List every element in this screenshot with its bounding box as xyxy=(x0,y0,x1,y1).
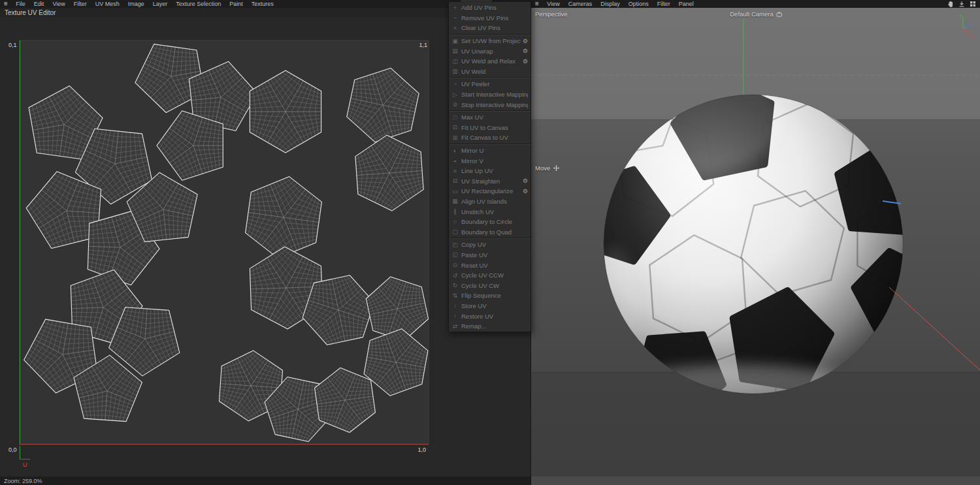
menu-item-copy-uv[interactable]: ◰Copy UV xyxy=(449,240,531,250)
menu-item-label: Clear UV Pins xyxy=(459,24,528,31)
menu-item-uv-rectangularize[interactable]: ▭UV Rectangularize⚙ xyxy=(449,186,531,196)
menu-item-label: Reset UV xyxy=(459,262,528,269)
menubar-item-layer[interactable]: Layer xyxy=(148,0,172,8)
menu-item-label: Set UVW from Projection xyxy=(459,37,521,44)
uv-peeler-icon: ◔ xyxy=(451,81,459,87)
menu-item-uv-peeler[interactable]: ◔UV Peeler xyxy=(449,79,531,89)
menu-item-paste-uv[interactable]: ◱Paste UV xyxy=(449,250,531,260)
menu-item-uv-unwrap[interactable]: ▤UV Unwrap⚙ xyxy=(449,46,531,56)
menu-item-store-uv[interactable]: ↓Store UV xyxy=(449,301,531,311)
menubar-item-textures[interactable]: Textures xyxy=(247,0,278,8)
menubar-item-file[interactable]: File xyxy=(12,0,30,8)
menu-item-label: Boundary to Circle xyxy=(459,218,528,225)
menu-item-label: Max UV xyxy=(459,114,528,121)
viewport-menubar-item-display[interactable]: Display xyxy=(596,0,625,8)
menubar-item-image[interactable]: Image xyxy=(123,0,148,8)
hamburger-menu-icon[interactable]: ≡ xyxy=(0,0,12,8)
menu-item-mirror-u[interactable]: ◐Mirror U xyxy=(449,146,531,156)
boundary-to-circle-icon: ○ xyxy=(451,219,459,225)
viewport-render-svg xyxy=(531,8,980,477)
svg-text:0,1: 0,1 xyxy=(8,42,17,48)
viewport-panel: ≡ ViewCamerasDisplayOptionsFilterPanel xyxy=(531,0,980,485)
viewport-menubar-item-filter[interactable]: Filter xyxy=(653,0,674,8)
menu-item-label: Fit Canvas to UV xyxy=(459,134,528,141)
menubar-item-view[interactable]: View xyxy=(48,0,69,8)
menu-item-fit-canvas-to-uv[interactable]: ⊞Fit Canvas to UV xyxy=(449,133,531,143)
menu-separator xyxy=(449,110,531,112)
viewport-menubar-item-cameras[interactable]: Cameras xyxy=(564,0,596,8)
menu-item-boundary-to-circle[interactable]: ○Boundary to Circle xyxy=(449,217,531,227)
menu-item-set-uvw-from-projection[interactable]: ▣Set UVW from Projection⚙ xyxy=(449,36,531,46)
menu-item-stop-interactive-mapping[interactable]: ⊘Stop Interactive Mapping xyxy=(449,99,531,110)
menu-item-start-interactive-mapping[interactable]: ▷Start Interactive Mapping xyxy=(449,89,531,100)
menu-item-remap[interactable]: ⇄Remap... xyxy=(449,321,531,332)
uv-editor-menu-items: FileEditViewFilterUV MeshImageLayerTextu… xyxy=(12,0,278,8)
copy-uv-icon: ◰ xyxy=(451,242,459,248)
layout-grid-icon[interactable] xyxy=(970,0,976,8)
viewport-menubar-item-view[interactable]: View xyxy=(543,0,564,8)
menu-item-unstitch-uv[interactable]: ∦Unstitch UV xyxy=(449,206,531,217)
menu-item-align-uv-islands[interactable]: ▦Align UV Islands xyxy=(449,196,531,207)
menu-item-flip-sequence[interactable]: ⇅Flip Sequence xyxy=(449,290,531,301)
view-mode-label[interactable]: Perspective xyxy=(535,10,568,18)
fit-uv-to-canvas-icon: ⊡ xyxy=(451,124,459,131)
viewport-menubar-right xyxy=(947,0,980,8)
menubar-item-filter[interactable]: Filter xyxy=(69,0,91,8)
viewport-menubar-item-panel[interactable]: Panel xyxy=(674,0,698,8)
viewport-menubar: ≡ ViewCamerasDisplayOptionsFilterPanel xyxy=(531,0,980,8)
gear-icon[interactable]: ⚙ xyxy=(521,48,528,54)
menu-item-reset-uv[interactable]: ⊙Reset UV xyxy=(449,260,531,270)
menu-item-label: Unstitch UV xyxy=(459,208,528,215)
remove-uv-pins-icon: − xyxy=(451,14,459,21)
uv-weld-icon: ▥ xyxy=(451,68,459,74)
uv-weld-and-relax-icon: ◫ xyxy=(451,58,459,65)
menu-item-label: Add UV Pins xyxy=(459,4,528,11)
gear-icon[interactable]: ⚙ xyxy=(521,58,528,65)
menubar-item-texture-selection[interactable]: Texture Selection xyxy=(172,0,225,8)
menu-item-label: UV Straighten xyxy=(459,178,521,185)
svg-text:1,0: 1,0 xyxy=(417,446,426,453)
zoom-status: Zoom: 259.0% xyxy=(4,478,42,484)
menu-item-mirror-v[interactable]: ◒Mirror V xyxy=(449,155,531,166)
svg-text:U: U xyxy=(23,462,27,468)
viewport-hamburger-menu-icon[interactable]: ≡ xyxy=(531,0,543,8)
camera-label[interactable]: Default Camera xyxy=(730,10,782,18)
menu-item-remove-uv-pins[interactable]: −Remove UV Pins xyxy=(449,13,531,23)
axis-gizmo[interactable]: Y Z X xyxy=(956,12,978,39)
flip-sequence-icon: ⇅ xyxy=(451,292,459,299)
download-icon[interactable] xyxy=(958,0,965,8)
hand-pan-icon[interactable] xyxy=(947,0,954,8)
menu-separator xyxy=(449,77,531,78)
viewport-menu-items: ViewCamerasDisplayOptionsFilterPanel xyxy=(543,0,698,8)
camera-label-text: Default Camera xyxy=(730,10,774,18)
menu-item-boundary-to-quad[interactable]: ▢Boundary to Quad xyxy=(449,227,531,237)
menu-item-clear-uv-pins[interactable]: ×Clear UV Pins xyxy=(449,23,531,33)
menubar-item-paint[interactable]: Paint xyxy=(225,0,248,8)
menu-item-max-uv[interactable]: □Max UV xyxy=(449,112,531,123)
fit-canvas-to-uv-icon: ⊞ xyxy=(451,134,459,141)
menu-item-label: UV Weld xyxy=(459,68,528,75)
menubar-item-uv-mesh[interactable]: UV Mesh xyxy=(91,0,123,8)
menu-item-label: Store UV xyxy=(459,302,528,309)
menu-item-label: Mirror U xyxy=(459,147,528,154)
gear-icon[interactable]: ⚙ xyxy=(521,178,528,184)
menu-item-restore-uv[interactable]: ↑Restore UV xyxy=(449,311,531,321)
3d-viewport[interactable]: Perspective Default Camera Move Y Z X xyxy=(531,8,980,477)
viewport-menubar-item-options[interactable]: Options xyxy=(624,0,653,8)
menu-item-uv-straighten[interactable]: ⊟UV Straighten⚙ xyxy=(449,176,531,187)
menu-item-cycle-uv-cw[interactable]: ↻Cycle UV CW xyxy=(449,280,531,290)
menubar-item-edit[interactable]: Edit xyxy=(29,0,48,8)
uv-unwrap-icon: ▤ xyxy=(451,48,459,54)
menu-item-fit-uv-to-canvas[interactable]: ⊡Fit UV to Canvas xyxy=(449,123,531,133)
menu-item-cycle-uv-ccw[interactable]: ↺Cycle UV CCW xyxy=(449,270,531,281)
menu-item-uv-weld[interactable]: ▥UV Weld xyxy=(449,67,531,77)
menu-item-add-uv-pins[interactable]: +Add UV Pins xyxy=(449,3,531,13)
menu-item-label: Start Interactive Mapping xyxy=(459,91,528,98)
gear-icon[interactable]: ⚙ xyxy=(521,188,528,195)
menu-separator xyxy=(449,34,531,35)
gear-icon[interactable]: ⚙ xyxy=(521,38,528,44)
menu-item-uv-weld-and-relax[interactable]: ◫UV Weld and Relax⚙ xyxy=(449,56,531,67)
align-uv-islands-icon: ▦ xyxy=(451,198,459,204)
reset-uv-icon: ⊙ xyxy=(451,262,459,268)
menu-item-line-up-uv[interactable]: ≡Line Up UV xyxy=(449,166,531,176)
